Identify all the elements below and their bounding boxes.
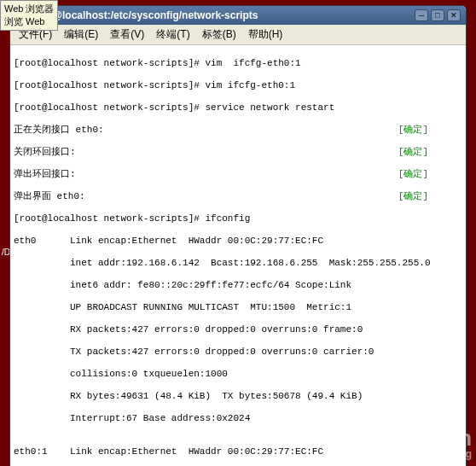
status-ok: [确定]: [398, 191, 428, 202]
status-ok: [确定]: [398, 169, 428, 180]
minimize-button[interactable]: ─: [415, 9, 428, 21]
window-controls: ─ □ ✕: [415, 9, 461, 21]
status-line: 关闭环回接口:[确定]: [14, 147, 462, 158]
term-line: TX packets:427 errors:0 dropped:0 overru…: [14, 347, 462, 358]
term-line: [root@localhost network-scripts]# ifconf…: [14, 213, 462, 224]
watermark-main: 51CTO.com: [349, 427, 472, 449]
term-line: [root@localhost network-scripts]# servic…: [14, 102, 462, 114]
term-line: eth0 Link encap:Ethernet HWaddr 00:0C:29…: [14, 236, 462, 247]
status-line: 弹出界面 eth0:[确定]: [14, 191, 462, 202]
term-line: RX bytes:49631 (48.4 KiB) TX bytes:50678…: [14, 391, 462, 402]
browser-tooltip: Web 浏览器 浏览 Web: [0, 0, 58, 31]
menu-tabs[interactable]: 标签(B): [197, 26, 241, 44]
menu-help[interactable]: 帮助(H): [243, 26, 288, 44]
tooltip-line2: 浏览 Web: [4, 15, 54, 28]
menu-terminal[interactable]: 终端(T): [151, 26, 194, 44]
term-line: [root@localhost network-scripts]# vim if…: [14, 80, 462, 91]
close-button[interactable]: ✕: [447, 9, 461, 21]
tooltip-line1: Web 浏览器: [4, 3, 54, 15]
status-ok: [确定]: [398, 147, 428, 158]
status-line: 正在关闭接口 eth0:[确定]: [14, 125, 462, 136]
term-line: inet addr:192.168.6.142 Bcast:192.168.6.…: [14, 258, 462, 269]
status-line: 弹出环回接口:[确定]: [14, 169, 462, 180]
menu-view[interactable]: 查看(V): [105, 26, 149, 44]
term-line: Interrupt:67 Base address:0x2024: [14, 413, 462, 424]
term-line: collisions:0 txqueuelen:1000: [14, 369, 462, 380]
titlebar[interactable]: root@localhost:/etc/sysconfig/network-sc…: [10, 6, 466, 25]
window-title: root@localhost:/etc/sysconfig/network-sc…: [32, 9, 415, 21]
term-line: inet6 addr: fe80::20c:29ff:fe77:ecfc/64 …: [14, 280, 462, 291]
term-line: [root@localhost network-scripts]# vim if…: [14, 58, 462, 69]
term-line: UP BROADCAST RUNNING MULTICAST MTU:1500 …: [14, 302, 462, 313]
terminal-output[interactable]: [root@localhost network-scripts]# vim if…: [10, 45, 466, 466]
menubar: 文件(F) 编辑(E) 查看(V) 终端(T) 标签(B) 帮助(H): [10, 25, 466, 45]
maximize-button[interactable]: □: [431, 9, 444, 21]
terminal-window: root@localhost:/etc/sysconfig/network-sc…: [9, 5, 467, 466]
menu-edit[interactable]: 编辑(E): [59, 26, 103, 44]
watermark: 51CTO.com 技术博客 Blog: [349, 427, 472, 459]
status-ok: [确定]: [398, 125, 428, 136]
term-line: RX packets:427 errors:0 dropped:0 overru…: [14, 324, 462, 335]
